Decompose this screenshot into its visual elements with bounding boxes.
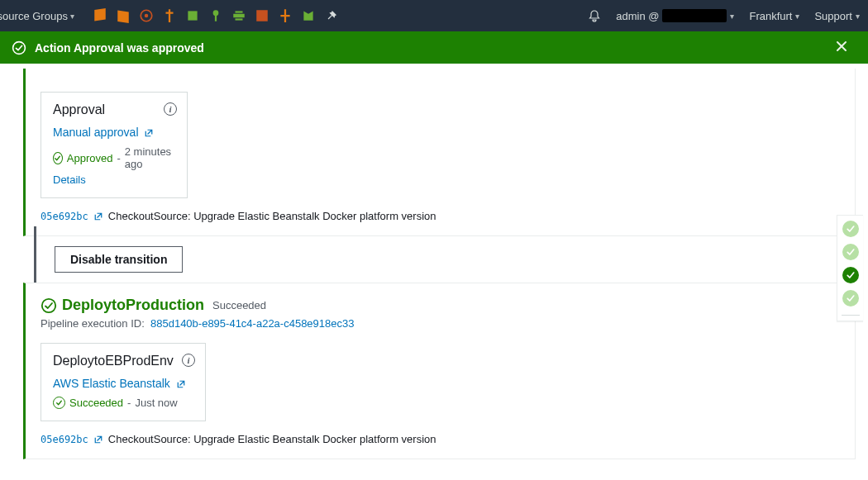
account-menu[interactable]: admin @ ▾ bbox=[616, 9, 734, 22]
service-icon[interactable] bbox=[208, 8, 223, 23]
action-title: Approval bbox=[53, 102, 175, 117]
action-title: DeploytoEBProdEnv bbox=[53, 354, 193, 368]
action-card-deploy: i DeploytoEBProdEnv AWS Elastic Beanstal… bbox=[41, 343, 206, 421]
commit-line: 05e692bc CheckoutSource: Upgrade Elastic… bbox=[41, 210, 840, 222]
success-check-icon bbox=[41, 297, 57, 314]
svg-rect-9 bbox=[235, 11, 242, 12]
region-menu[interactable]: Frankfurt ▾ bbox=[749, 10, 799, 22]
status-time: Just now bbox=[135, 397, 177, 409]
flash-close-button[interactable] bbox=[835, 40, 856, 55]
action-provider-link[interactable]: AWS Elastic Beanstalk bbox=[53, 377, 186, 390]
external-link-icon bbox=[93, 211, 103, 221]
execution-id-link[interactable]: 885d140b-e895-41c4-a22a-c458e918ec33 bbox=[150, 317, 355, 330]
status-text: Approved bbox=[67, 152, 113, 164]
service-shortcut-icons bbox=[93, 8, 339, 23]
flash-success: Action Approval was approved bbox=[0, 31, 868, 64]
account-id-redacted bbox=[662, 9, 727, 22]
support-menu[interactable]: Support ▾ bbox=[814, 10, 860, 22]
service-icon[interactable] bbox=[93, 8, 107, 23]
execution-id-line: Pipeline execution ID: 885d140b-e895-41c… bbox=[41, 317, 840, 330]
action-provider-label: Manual approval bbox=[53, 126, 139, 139]
caret-down-icon: ▾ bbox=[68, 12, 74, 21]
phase-dot[interactable] bbox=[842, 244, 859, 260]
stage-title: DeploytoProduction bbox=[41, 297, 204, 314]
action-provider-label: AWS Elastic Beanstalk bbox=[53, 377, 170, 390]
execution-id-label: Pipeline execution ID: bbox=[41, 317, 145, 330]
action-provider-link[interactable]: Manual approval bbox=[53, 126, 154, 139]
commit-message: CheckoutSource: Upgrade Elastic Beanstal… bbox=[108, 210, 436, 222]
status-text: Succeeded bbox=[69, 397, 123, 409]
details-link[interactable]: Details bbox=[53, 173, 175, 186]
transition-controls: Disable transition bbox=[55, 246, 868, 273]
notifications-icon[interactable] bbox=[588, 9, 601, 22]
resource-groups-menu[interactable]: Resource Groups ▾ bbox=[8, 10, 74, 22]
pin-icon[interactable] bbox=[324, 8, 339, 23]
stage-deploy-production: DeploytoProduction Succeeded Pipeline ex… bbox=[23, 283, 856, 459]
action-card-approval: i Approval Manual approval Approved - 2 … bbox=[41, 92, 188, 198]
phase-dot[interactable] bbox=[842, 290, 859, 307]
stage-status: Succeeded bbox=[212, 299, 266, 311]
account-user-prefix: admin @ bbox=[616, 10, 659, 22]
close-icon bbox=[835, 40, 848, 53]
success-check-icon bbox=[53, 397, 65, 409]
external-link-icon bbox=[144, 128, 154, 138]
external-link-icon bbox=[176, 379, 186, 389]
separator bbox=[842, 315, 860, 316]
status-line: Approved - 2 minutes ago bbox=[53, 145, 175, 170]
pipeline-phase-indicator bbox=[837, 215, 863, 321]
service-icon[interactable] bbox=[255, 8, 269, 23]
svg-rect-2 bbox=[117, 11, 129, 23]
svg-rect-8 bbox=[233, 14, 245, 18]
svg-rect-7 bbox=[215, 15, 217, 21]
info-icon[interactable]: i bbox=[182, 354, 195, 367]
status-line: Succeeded - Just now bbox=[53, 397, 193, 409]
phase-dot[interactable] bbox=[842, 221, 859, 237]
caret-down-icon: ▾ bbox=[795, 12, 799, 21]
commit-hash-link[interactable]: 05e692bc bbox=[41, 434, 88, 445]
service-icon[interactable] bbox=[185, 8, 200, 23]
external-link-icon bbox=[93, 435, 103, 444]
resource-groups-label: Resource Groups bbox=[0, 10, 68, 22]
top-navbar: Resource Groups ▾ admin @ ▾ Frankfurt ▾ bbox=[0, 0, 868, 31]
stage-arrow-icon bbox=[31, 226, 39, 291]
separator: - bbox=[117, 152, 120, 164]
success-check-icon bbox=[53, 152, 63, 164]
svg-rect-10 bbox=[235, 18, 242, 20]
caret-down-icon: ▾ bbox=[730, 12, 734, 21]
disable-transition-button[interactable]: Disable transition bbox=[55, 246, 183, 273]
success-check-icon bbox=[12, 40, 26, 55]
svg-rect-11 bbox=[256, 10, 268, 21]
svg-rect-5 bbox=[188, 11, 197, 20]
status-time: 2 minutes ago bbox=[125, 145, 175, 170]
stage-approval: i Approval Manual approval Approved - 2 … bbox=[23, 69, 856, 236]
commit-line: 05e692bc CheckoutSource: Upgrade Elastic… bbox=[41, 433, 840, 445]
service-icon[interactable] bbox=[116, 8, 131, 23]
service-icon[interactable] bbox=[301, 8, 316, 23]
pipeline-content: i Approval Manual approval Approved - 2 … bbox=[0, 64, 868, 468]
service-icon[interactable] bbox=[139, 8, 154, 23]
support-label: Support bbox=[814, 10, 852, 22]
caret-down-icon: ▾ bbox=[856, 12, 860, 21]
service-icon[interactable] bbox=[231, 8, 246, 23]
svg-point-4 bbox=[144, 14, 148, 18]
service-icon[interactable] bbox=[278, 8, 293, 23]
region-label: Frankfurt bbox=[749, 10, 792, 22]
flash-message: Action Approval was approved bbox=[35, 41, 204, 55]
info-icon[interactable]: i bbox=[164, 102, 177, 116]
commit-hash-link[interactable]: 05e692bc bbox=[41, 211, 88, 222]
separator: - bbox=[127, 397, 131, 409]
phase-dot-current[interactable] bbox=[842, 267, 859, 283]
service-icon[interactable] bbox=[162, 8, 177, 23]
svg-rect-1 bbox=[94, 8, 106, 21]
commit-message: CheckoutSource: Upgrade Elastic Beanstal… bbox=[108, 433, 436, 445]
